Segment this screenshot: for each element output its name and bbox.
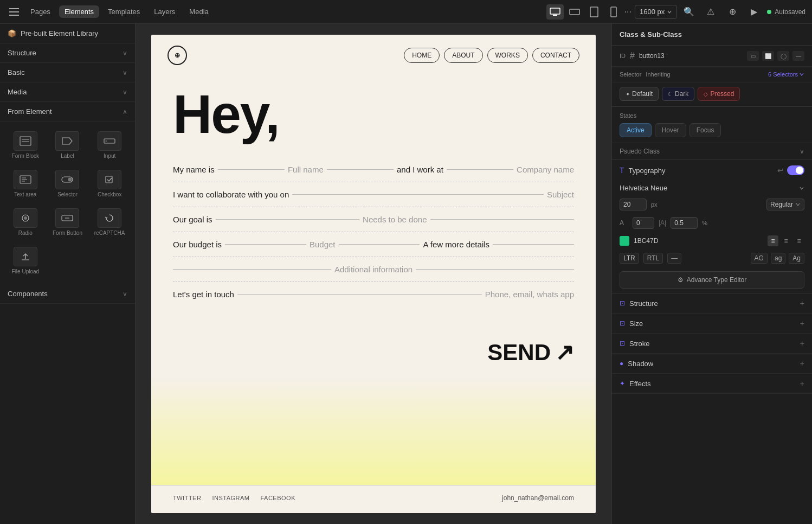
stroke-expand[interactable]: + <box>800 339 804 348</box>
nav-works[interactable]: WORKS <box>487 48 528 63</box>
letter-spacing-input[interactable] <box>633 217 654 229</box>
form-row-contact: Let's get in touch Phone, email, whats a… <box>173 282 574 306</box>
typography-actions: ↩ <box>777 165 804 175</box>
chip-pressed[interactable]: ◇ Pressed <box>698 87 740 101</box>
hamburger-menu[interactable] <box>7 4 22 20</box>
nav-home[interactable]: HOME <box>404 48 440 63</box>
id-dash-icon[interactable]: — <box>792 51 804 61</box>
stroke-icon: ⊡ <box>620 340 625 347</box>
id-circle-icon[interactable]: ◯ <box>777 51 789 61</box>
section-structure[interactable]: Structure ∨ <box>0 43 135 63</box>
id-row: ID # button13 ▭ ⬜ ◯ — <box>612 46 812 67</box>
pseudo-arrow-icon[interactable]: ∨ <box>800 148 804 155</box>
footer-facebook[interactable]: FACEBOOK <box>260 495 295 501</box>
tab-pages[interactable]: Pages <box>25 5 56 18</box>
nav-contact[interactable]: CONTACT <box>532 48 579 63</box>
canvas-area[interactable]: ⊕ HOME ABOUT WORKS CONTACT Hey, My name … <box>136 24 611 524</box>
color-swatch[interactable] <box>620 236 629 246</box>
element-textarea[interactable]: Text area <box>7 167 44 201</box>
stroke-header[interactable]: ⊡ Stroke + <box>612 334 812 353</box>
effects-section: ✦ Effects + <box>612 374 812 394</box>
dark-icon: ☾ <box>668 91 673 97</box>
element-form-block[interactable]: Form Block <box>7 128 44 162</box>
state-active[interactable]: Active <box>620 123 652 137</box>
typography-header[interactable]: T Typography ↩ <box>612 160 812 181</box>
send-button[interactable]: SEND ↗ <box>487 339 574 366</box>
effects-header[interactable]: ✦ Effects + <box>612 374 812 393</box>
accessibility-button[interactable]: ⊕ <box>724 4 741 20</box>
library-header[interactable]: 📦 Pre-built Element Library <box>0 24 135 43</box>
effects-expand[interactable]: + <box>800 379 804 388</box>
structure-expand[interactable]: + <box>800 299 804 308</box>
section-media[interactable]: Media ∨ <box>0 82 135 102</box>
section-basic-arrow: ∨ <box>123 69 127 76</box>
typography-toggle[interactable] <box>787 165 804 175</box>
element-radio[interactable]: Radio <box>7 205 44 239</box>
more-devices-button[interactable]: ··· <box>624 7 631 17</box>
element-form-button[interactable]: Form Button <box>49 205 87 239</box>
element-file-upload[interactable]: File Upload <box>7 244 44 278</box>
form-row-additional: Additional information <box>173 257 574 282</box>
section-components[interactable]: Components ∨ <box>0 284 135 304</box>
shadow-expand[interactable]: + <box>800 359 804 368</box>
input-icon <box>98 131 121 151</box>
element-checkbox[interactable]: Checkbox <box>91 167 128 201</box>
svg-rect-20 <box>106 176 112 183</box>
tab-elements[interactable]: Elements <box>59 5 99 18</box>
section-basic[interactable]: Basic ∨ <box>0 63 135 82</box>
element-selector[interactable]: Selector <box>49 167 87 201</box>
structure-header[interactable]: ⊡ Structure + <box>612 293 812 313</box>
text-case-title[interactable]: Ag <box>789 253 804 264</box>
state-hover[interactable]: Hover <box>655 123 686 137</box>
spacing-row: A |A| % <box>612 214 812 232</box>
textarea-icon <box>14 170 37 189</box>
pseudo-row: Psuedo Class ∨ <box>612 143 812 160</box>
font-size-input[interactable] <box>620 199 647 210</box>
tab-media[interactable]: Media <box>184 5 214 18</box>
font-dropdown[interactable] <box>799 186 804 191</box>
text-dash[interactable]: — <box>667 253 681 264</box>
size-expand[interactable]: + <box>800 319 804 328</box>
id-rect-icon[interactable]: ▭ <box>747 51 759 61</box>
text-ltr[interactable]: LTR <box>620 253 639 264</box>
text-case-options: AG ag Ag <box>751 253 804 264</box>
id-border-icon[interactable]: ⬜ <box>762 51 774 61</box>
canvas-width[interactable]: 1600 px <box>635 5 677 19</box>
typography-undo[interactable]: ↩ <box>777 166 784 175</box>
section-from-element[interactable]: From Element ∧ <box>0 102 135 122</box>
state-focus[interactable]: Focus <box>689 123 721 137</box>
device-tablet-landscape[interactable] <box>566 4 583 20</box>
tab-templates[interactable]: Templates <box>102 5 145 18</box>
chip-default[interactable]: ✦ Default <box>620 87 659 101</box>
shadow-header[interactable]: ● Shadow + <box>612 354 812 373</box>
text-case-lower[interactable]: ag <box>771 253 785 264</box>
device-mobile[interactable] <box>605 4 622 20</box>
warning-button[interactable]: ⚠ <box>702 4 719 20</box>
nav-about[interactable]: ABOUT <box>444 48 482 63</box>
element-input[interactable]: Input <box>91 128 128 162</box>
device-group: ··· <box>546 4 631 20</box>
align-center-icon[interactable]: ≡ <box>781 235 791 246</box>
advance-type-editor[interactable]: ⚙ Advance Type Editor <box>620 271 804 289</box>
svg-rect-3 <box>550 8 560 14</box>
footer-twitter[interactable]: TWITTER <box>173 495 201 501</box>
align-left-icon[interactable]: ≡ <box>768 235 778 246</box>
selector-count[interactable]: 6 Selectors <box>768 71 804 78</box>
search-button[interactable]: 🔍 <box>680 4 698 20</box>
align-right-icon[interactable]: ≡ <box>794 235 804 246</box>
device-desktop[interactable] <box>546 4 564 20</box>
states-chips: Active Hover Focus <box>620 123 804 137</box>
chip-dark[interactable]: ☾ Dark <box>662 87 694 101</box>
footer-instagram[interactable]: INSTAGRAM <box>212 495 249 501</box>
device-tablet[interactable] <box>585 4 603 20</box>
element-label[interactable]: Label <box>49 128 87 162</box>
tab-layers[interactable]: Layers <box>149 5 181 18</box>
element-recaptcha[interactable]: reCAPTCHA <box>91 205 128 239</box>
text-rtl[interactable]: RTL <box>643 253 663 264</box>
text-case-upper[interactable]: AG <box>751 253 768 264</box>
preview-button[interactable]: ▶ <box>745 4 763 20</box>
font-weight-select[interactable]: Regular <box>766 199 804 210</box>
size-header[interactable]: ⊡ Size + <box>612 314 812 333</box>
size-section: ⊡ Size + <box>612 314 812 334</box>
line-height-input[interactable] <box>671 217 698 229</box>
